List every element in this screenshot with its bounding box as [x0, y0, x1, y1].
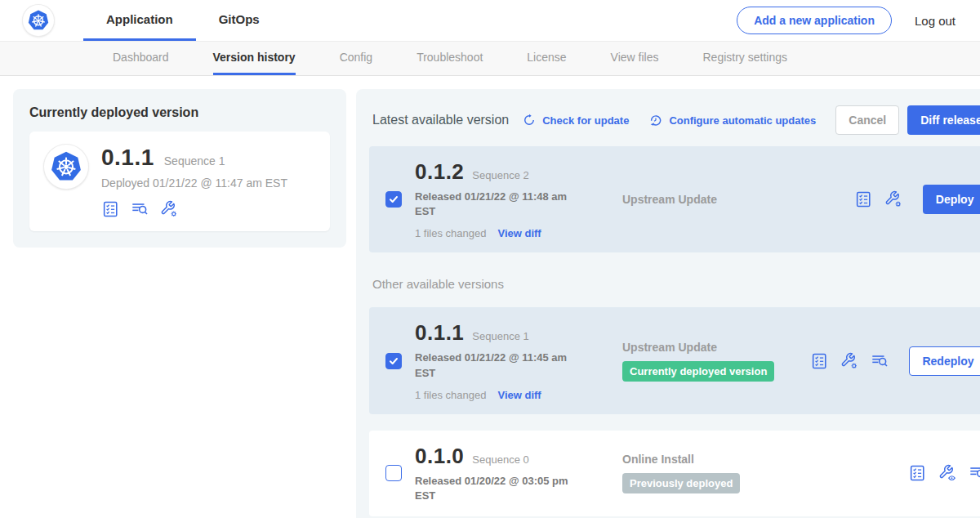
version-number: 0.1.0	[415, 444, 464, 469]
release-notes-icon[interactable]	[854, 190, 872, 208]
version-source: Upstream Update	[588, 193, 854, 206]
sequence-label: Sequence 0	[472, 453, 528, 466]
deploy-logs-icon[interactable]	[969, 464, 980, 482]
topnav-tab-application[interactable]: Application	[83, 0, 196, 41]
tab-dashboard[interactable]: Dashboard	[113, 42, 169, 75]
header-buttons: Cancel Diff releases	[835, 105, 980, 135]
source-label: Upstream Update	[622, 341, 717, 354]
redeploy-button[interactable]: Redeploy	[909, 346, 980, 376]
version-row-0-1-2: 0.1.2 Sequence 2 Released 01/21/22 @ 11:…	[369, 146, 980, 252]
topnav-tab-gitops[interactable]: GitOps	[196, 0, 283, 41]
version-info: 0.1.1 Sequence 1 Released 01/21/22 @ 11:…	[415, 320, 588, 400]
version-row-0-1-1: 0.1.1 Sequence 1 Released 01/21/22 @ 11:…	[369, 307, 980, 413]
latest-version-title: Latest available version	[372, 113, 509, 127]
version-source: Online Install Previously deployed	[588, 453, 908, 493]
clock-refresh-icon	[648, 113, 663, 127]
source-label: Upstream Update	[622, 193, 717, 206]
version-source: Upstream Update Currently deployed versi…	[588, 341, 810, 382]
checkmark-icon	[389, 194, 399, 204]
tab-label: Config	[340, 51, 372, 64]
refresh-icon	[522, 113, 537, 127]
deploy-logs-icon[interactable]	[131, 200, 149, 218]
app-sub-navbar: Dashboard Version history Config Trouble…	[0, 41, 980, 76]
check-for-update-label: Check for update	[542, 114, 629, 127]
topnav-tab-label: Application	[106, 12, 173, 26]
available-versions-header: Latest available version Check for updat…	[369, 102, 980, 135]
deployed-actions	[101, 200, 287, 218]
other-versions-title: Other available versions	[372, 277, 980, 291]
previously-deployed-badge: Previously deployed	[622, 473, 740, 493]
deployed-version-details: 0.1.1 Sequence 1 Deployed 01/21/22 @ 11:…	[101, 145, 287, 218]
version-actions: Deploy	[854, 185, 980, 214]
kubernetes-helm-icon	[48, 149, 84, 185]
released-timestamp: Released 01/20/22 @ 03:05 pm EST	[415, 474, 578, 503]
logout-link[interactable]: Log out	[915, 14, 956, 28]
tab-label: Version history	[213, 51, 296, 64]
version-checkbox[interactable]	[385, 353, 402, 369]
version-number: 0.1.1	[415, 320, 464, 346]
currently-deployed-badge: Currently deployed version	[622, 361, 774, 382]
files-changed-label: 1 files changed	[415, 227, 486, 239]
view-diff-link[interactable]: View diff	[497, 389, 541, 401]
tab-troubleshoot[interactable]: Troubleshoot	[416, 42, 483, 75]
edit-config-icon[interactable]	[160, 200, 178, 218]
deployed-sequence-label: Sequence 1	[164, 154, 225, 167]
view-diff-link[interactable]: View diff	[497, 227, 541, 239]
currently-deployed-panel: Currently deployed version 0.1.1 Sequenc…	[13, 89, 346, 248]
sequence-label: Sequence 2	[472, 169, 528, 181]
released-timestamp: Released 01/21/22 @ 11:48 am EST	[415, 190, 578, 219]
version-actions	[908, 464, 980, 482]
topnav-right-group: Add a new application Log out	[737, 0, 956, 41]
tab-label: Dashboard	[113, 51, 169, 64]
tab-registry-settings[interactable]: Registry settings	[702, 42, 786, 75]
tab-label: Registry settings	[702, 51, 786, 64]
version-info: 0.1.2 Sequence 2 Released 01/21/22 @ 11:…	[415, 159, 588, 239]
edit-config-icon[interactable]	[840, 352, 858, 370]
diff-releases-button[interactable]: Diff releases	[907, 105, 980, 135]
cancel-button[interactable]: Cancel	[835, 105, 899, 135]
version-info: 0.1.0 Sequence 0 Released 01/20/22 @ 03:…	[415, 444, 588, 503]
tab-label: View files	[611, 51, 659, 64]
deployed-timestamp: Deployed 01/21/22 @ 11:47 am EST	[101, 176, 287, 190]
kubernetes-helm-icon	[26, 8, 51, 33]
available-versions-panel: Latest available version Check for updat…	[356, 89, 980, 518]
released-timestamp: Released 01/21/22 @ 11:45 am EST	[415, 351, 578, 380]
kubernetes-logo	[23, 5, 54, 36]
release-notes-icon[interactable]	[810, 352, 828, 370]
main-content: Currently deployed version 0.1.1 Sequenc…	[0, 76, 980, 518]
version-checkbox[interactable]	[385, 191, 402, 208]
release-notes-icon[interactable]	[101, 200, 119, 218]
tab-config[interactable]: Config	[340, 42, 372, 75]
files-changed-label: 1 files changed	[415, 389, 486, 401]
tab-label: Troubleshoot	[416, 51, 483, 64]
edit-config-icon[interactable]	[884, 190, 902, 208]
version-row-0-1-0: 0.1.0 Sequence 0 Released 01/20/22 @ 03:…	[369, 431, 980, 516]
version-actions: Redeploy	[810, 346, 980, 376]
tab-label: License	[527, 51, 566, 64]
check-for-update-link[interactable]: Check for update	[522, 113, 629, 127]
checkmark-icon	[389, 356, 399, 366]
view-config-icon[interactable]	[938, 464, 956, 482]
configure-automatic-updates-link[interactable]: Configure automatic updates	[648, 113, 816, 127]
app-logo	[44, 145, 88, 189]
deployed-version-number: 0.1.1	[101, 145, 154, 171]
tab-view-files[interactable]: View files	[611, 42, 659, 75]
source-label: Online Install	[622, 453, 694, 466]
configure-updates-label: Configure automatic updates	[669, 114, 816, 127]
tab-license[interactable]: License	[527, 42, 566, 75]
sequence-label: Sequence 1	[472, 330, 528, 342]
top-navbar: Application GitOps Add a new application…	[0, 0, 980, 41]
version-number: 0.1.2	[415, 159, 464, 185]
tab-version-history[interactable]: Version history	[213, 42, 296, 75]
version-checkbox[interactable]	[385, 465, 402, 481]
topnav-tab-label: GitOps	[219, 12, 260, 26]
deploy-logs-icon[interactable]	[871, 352, 889, 370]
deployed-version-card: 0.1.1 Sequence 1 Deployed 01/21/22 @ 11:…	[29, 132, 330, 231]
deployed-panel-title: Currently deployed version	[29, 105, 330, 120]
deploy-button[interactable]: Deploy	[923, 185, 980, 214]
add-new-application-button[interactable]: Add a new application	[737, 7, 892, 34]
release-notes-icon[interactable]	[908, 464, 926, 482]
